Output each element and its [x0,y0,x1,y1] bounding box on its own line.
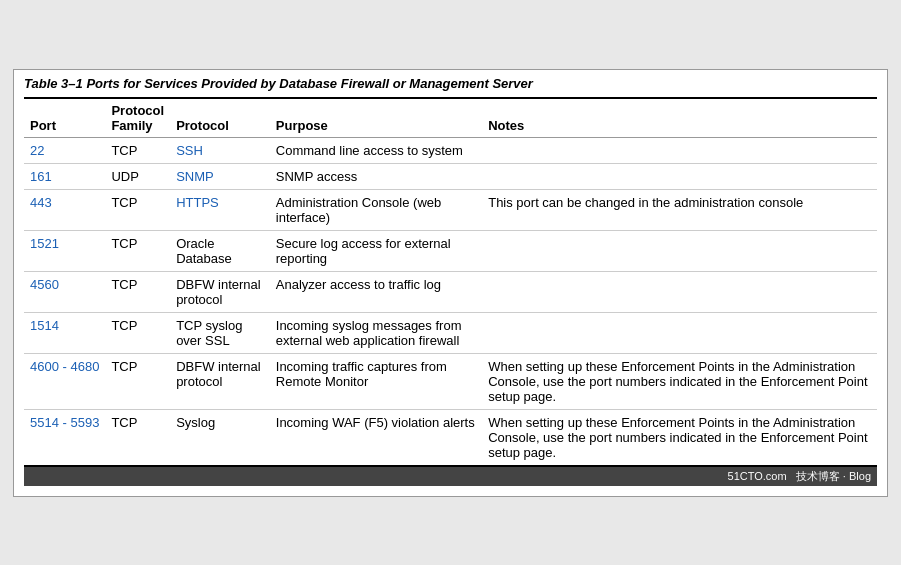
footer-bar: 51CTO.com 技术博客 · Blog [24,467,877,486]
table-row: 161UDPSNMPSNMP access [24,163,877,189]
cell-protocol: HTTPS [170,189,270,230]
col-header-protocol-family: ProtocolFamily [105,98,170,138]
cell-port: 4600 - 4680 [24,353,105,409]
cell-protocol: DBFW internal protocol [170,271,270,312]
cell-port: 4560 [24,271,105,312]
cell-protocol-family: TCP [105,189,170,230]
table-row: 1514TCPTCP syslog over SSLIncoming syslo… [24,312,877,353]
cell-purpose: Incoming WAF (F5) violation alerts [270,409,482,466]
cell-protocol-family: TCP [105,312,170,353]
cell-notes: When setting up these Enforcement Points… [482,409,877,466]
col-header-port: Port [24,98,105,138]
cell-notes [482,230,877,271]
table-header-row: Port ProtocolFamily Protocol Purpose Not… [24,98,877,138]
cell-protocol: SNMP [170,163,270,189]
table-title: Table 3–1 Ports for Services Provided by… [24,76,877,91]
cell-protocol-family: UDP [105,163,170,189]
table-row: 5514 - 5593TCPSyslogIncoming WAF (F5) vi… [24,409,877,466]
cell-protocol: Oracle Database [170,230,270,271]
cell-purpose: Analyzer access to traffic log [270,271,482,312]
cell-notes [482,271,877,312]
cell-protocol: TCP syslog over SSL [170,312,270,353]
cell-protocol: SSH [170,137,270,163]
cell-purpose: Incoming traffic captures from Remote Mo… [270,353,482,409]
cell-protocol: Syslog [170,409,270,466]
col-header-purpose: Purpose [270,98,482,138]
table-row: 22TCPSSHCommand line access to system [24,137,877,163]
cell-port: 5514 - 5593 [24,409,105,466]
footer-text: 51CTO.com 技术博客 · Blog [728,470,871,482]
cell-notes [482,137,877,163]
cell-protocol: DBFW internal protocol [170,353,270,409]
cell-port: 1521 [24,230,105,271]
ports-table: Port ProtocolFamily Protocol Purpose Not… [24,97,877,467]
cell-notes [482,163,877,189]
cell-port: 1514 [24,312,105,353]
table-row: 4600 - 4680TCPDBFW internal protocolInco… [24,353,877,409]
cell-protocol-family: TCP [105,353,170,409]
cell-port: 443 [24,189,105,230]
cell-purpose: SNMP access [270,163,482,189]
cell-port: 161 [24,163,105,189]
table-container: Table 3–1 Ports for Services Provided by… [13,69,888,497]
col-header-protocol: Protocol [170,98,270,138]
cell-protocol-family: TCP [105,271,170,312]
table-row: 1521TCPOracle DatabaseSecure log access … [24,230,877,271]
cell-protocol-family: TCP [105,137,170,163]
table-row: 4560TCPDBFW internal protocolAnalyzer ac… [24,271,877,312]
cell-protocol-family: TCP [105,230,170,271]
cell-purpose: Secure log access for external reporting [270,230,482,271]
cell-notes: When setting up these Enforcement Points… [482,353,877,409]
cell-notes [482,312,877,353]
table-row: 443TCPHTTPSAdministration Console (web i… [24,189,877,230]
cell-purpose: Administration Console (web interface) [270,189,482,230]
col-header-notes: Notes [482,98,877,138]
cell-protocol-family: TCP [105,409,170,466]
cell-port: 22 [24,137,105,163]
cell-purpose: Command line access to system [270,137,482,163]
cell-purpose: Incoming syslog messages from external w… [270,312,482,353]
cell-notes: This port can be changed in the administ… [482,189,877,230]
